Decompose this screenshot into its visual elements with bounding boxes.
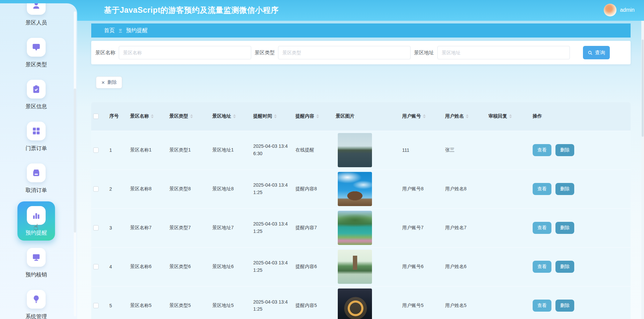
breadcrumb: 首页 Ξ 预约提醒 bbox=[91, 23, 631, 38]
cell-content: 提醒内容8 bbox=[293, 170, 333, 208]
top-header-bar: 基于JavaScript的游客预约及流量监测微信小程序 admin bbox=[0, 0, 644, 21]
search-button[interactable]: 查询 bbox=[583, 46, 610, 59]
cell-index: 1 bbox=[107, 131, 127, 170]
avatar[interactable] bbox=[604, 4, 616, 16]
view-button[interactable]: 查看 bbox=[533, 261, 551, 273]
row-checkbox[interactable] bbox=[93, 264, 99, 269]
cell-address: 景区地址8 bbox=[210, 170, 251, 208]
column-header-actions: 操作 bbox=[530, 102, 631, 131]
clipboard-check-icon bbox=[27, 80, 46, 99]
view-button[interactable]: 查看 bbox=[533, 144, 551, 156]
sidebar-item-1[interactable]: 景区人员 bbox=[25, 3, 47, 26]
cell-checkbox bbox=[91, 170, 107, 208]
cell-type: 景区类型8 bbox=[167, 170, 210, 208]
delete-row-button[interactable]: 删除 bbox=[555, 183, 574, 195]
sort-icon bbox=[274, 113, 277, 120]
cell-time: 2025-04-03 13:41:25 bbox=[251, 286, 293, 319]
cell-image bbox=[333, 247, 399, 286]
cell-checkbox bbox=[91, 131, 107, 170]
filter-bar: 景区名称 景区类型 景区地址 查询 bbox=[91, 41, 631, 64]
sidebar-item-3[interactable]: 景区信息 bbox=[25, 80, 47, 110]
sidebar-item-5[interactable]: 取消订单 bbox=[25, 164, 47, 194]
table-row: 2景区名称8景区类型8景区地址82025-04-03 13:41:25提醒内容8… bbox=[91, 170, 631, 208]
sidebar-item-4[interactable]: 门票订单 bbox=[25, 122, 47, 152]
delete-row-button[interactable]: 删除 bbox=[555, 222, 574, 234]
select-all-checkbox[interactable] bbox=[93, 114, 99, 119]
delete-row-button[interactable]: 删除 bbox=[555, 261, 574, 273]
cell-account: 用户账号5 bbox=[399, 286, 442, 319]
cell-reply bbox=[486, 247, 530, 286]
column-header-name[interactable]: 景区名称 bbox=[127, 102, 167, 131]
breadcrumb-home-link[interactable]: 首页 bbox=[104, 27, 115, 34]
sidebar-item-7[interactable]: 预约核销 bbox=[25, 248, 47, 278]
cell-reply bbox=[486, 170, 530, 208]
delete-row-button[interactable]: 删除 bbox=[555, 300, 574, 312]
cell-account: 111 bbox=[399, 131, 442, 170]
sort-icon bbox=[423, 113, 426, 120]
cell-checkbox bbox=[91, 247, 107, 286]
user-box[interactable]: admin bbox=[604, 4, 635, 16]
cell-type: 景区类型6 bbox=[167, 247, 210, 286]
cell-time: 2025-04-03 13:41:25 bbox=[251, 170, 293, 208]
row-checkbox[interactable] bbox=[93, 186, 99, 192]
tag-bubble-icon bbox=[27, 38, 46, 57]
lightbulb-icon bbox=[27, 290, 46, 309]
table-row: 4景区名称6景区类型6景区地址62025-04-03 13:41:25提醒内容6… bbox=[91, 247, 631, 286]
sidebar-item-label: 门票订单 bbox=[25, 145, 47, 152]
scenic-type-input[interactable] bbox=[278, 46, 411, 59]
cell-content: 提醒内容7 bbox=[293, 208, 333, 247]
cell-actions: 查看删除 bbox=[530, 286, 631, 319]
moon-gate-photo bbox=[338, 289, 372, 319]
table-row: 1景区名称1景区类型1景区地址12025-04-03 13:46:30在线提醒1… bbox=[91, 131, 631, 170]
grid-icon bbox=[27, 122, 46, 140]
view-button[interactable]: 查看 bbox=[533, 222, 551, 234]
cell-address: 景区地址5 bbox=[210, 286, 251, 319]
cell-time: 2025-04-03 13:46:30 bbox=[251, 131, 293, 170]
column-header-account[interactable]: 用户账号 bbox=[399, 102, 442, 131]
monitor-icon bbox=[27, 248, 46, 267]
cell-name: 景区名称5 bbox=[127, 286, 167, 319]
sidebar-item-6[interactable]: 预约提醒 bbox=[17, 201, 55, 241]
filter-label-type: 景区类型 bbox=[255, 50, 275, 56]
view-button[interactable]: 查看 bbox=[533, 300, 551, 312]
sidebar-item-label: 景区信息 bbox=[25, 103, 47, 110]
cell-name: 景区名称7 bbox=[127, 208, 167, 247]
sidebar-item-2[interactable]: 景区类型 bbox=[25, 38, 47, 68]
view-button[interactable]: 查看 bbox=[533, 183, 551, 195]
mountain-lake-photo bbox=[338, 211, 372, 245]
cell-type: 景区类型7 bbox=[167, 208, 210, 247]
sidebar-item-label: 预约提醒 bbox=[25, 230, 47, 237]
cell-reply bbox=[486, 131, 530, 170]
delete-row-button[interactable]: 删除 bbox=[555, 144, 574, 156]
column-header-time[interactable]: 提醒时间 bbox=[251, 102, 293, 131]
close-icon: ✕ bbox=[101, 80, 105, 85]
reminder-table: 序号景区名称景区类型景区地址提醒时间提醒内容景区图片用户账号用户姓名审核回复操作… bbox=[91, 102, 631, 319]
sidebar: 景区人员景区类型景区信息门票订单取消订单预约提醒预约核销系统管理 bbox=[0, 3, 77, 319]
cell-address: 景区地址6 bbox=[210, 247, 251, 286]
row-checkbox[interactable] bbox=[93, 225, 99, 231]
sort-icon bbox=[190, 113, 193, 120]
pagoda-lake-photo bbox=[338, 250, 372, 284]
cell-content: 在线提醒 bbox=[293, 131, 333, 170]
column-header-type[interactable]: 景区类型 bbox=[167, 102, 210, 131]
sidebar-scrollbar-thumb[interactable] bbox=[74, 88, 76, 233]
cell-address: 景区地址7 bbox=[210, 208, 251, 247]
scenic-address-input[interactable] bbox=[437, 46, 570, 59]
column-header-username[interactable]: 用户姓名 bbox=[442, 102, 486, 131]
sidebar-scrollbar[interactable] bbox=[74, 11, 76, 316]
sort-icon bbox=[509, 113, 512, 120]
scenic-name-input[interactable] bbox=[119, 46, 251, 59]
column-header-address[interactable]: 景区地址 bbox=[210, 102, 251, 131]
user-name: admin bbox=[620, 7, 635, 13]
sidebar-item-8[interactable]: 系统管理 bbox=[25, 290, 47, 319]
column-header-content[interactable]: 提醒内容 bbox=[293, 102, 333, 131]
sidebar-item-label: 景区类型 bbox=[25, 61, 47, 68]
row-checkbox[interactable] bbox=[93, 147, 99, 153]
page-scrollbar[interactable] bbox=[641, 21, 644, 319]
column-header-checkbox bbox=[91, 102, 107, 131]
cell-username: 用户姓名7 bbox=[442, 208, 486, 247]
row-checkbox[interactable] bbox=[93, 303, 99, 308]
page-scrollbar-thumb[interactable] bbox=[642, 40, 644, 137]
bulk-delete-button[interactable]: ✕ 删除 bbox=[96, 76, 122, 88]
column-header-reply[interactable]: 审核回复 bbox=[486, 102, 530, 131]
